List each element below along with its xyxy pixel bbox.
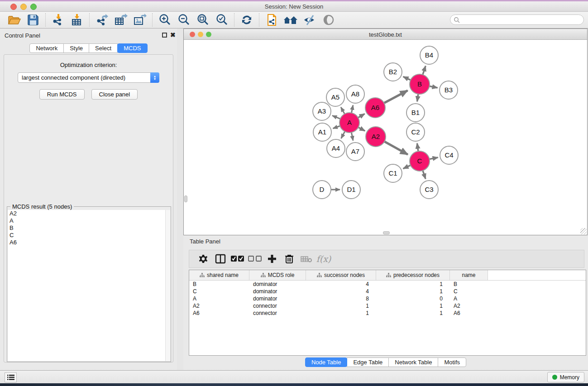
column-header-shared-name[interactable]: shared name	[189, 270, 249, 280]
graph-node-D[interactable]: D	[313, 181, 331, 199]
graph-node-A6[interactable]: A6	[365, 98, 385, 118]
network-window-title: testGlobe.txt	[184, 31, 587, 38]
window-resize-grip[interactable]	[580, 228, 587, 234]
graph-node-B2[interactable]: B2	[384, 63, 402, 81]
table-panel: Table Panel ✖ f(x) shared nameMCDS roles…	[183, 235, 588, 370]
graph-node-C[interactable]: C	[410, 151, 430, 171]
column-header-predecessor-nodes[interactable]: predecessor nodes	[376, 270, 450, 280]
table-row[interactable]: A2connector11A2	[189, 302, 586, 310]
table-settings-icon[interactable]	[195, 252, 212, 266]
export-image-icon[interactable]	[130, 13, 149, 27]
add-column-icon[interactable]	[263, 252, 281, 266]
result-list-scrollbar[interactable]	[165, 210, 170, 361]
tab-select[interactable]: Select	[89, 43, 118, 53]
network-view-window: testGlobe.txt B4B2BB3A8A5A6A3B1AA1C2A2A4…	[183, 29, 588, 235]
table-cell: C	[450, 288, 488, 295]
network-vertical-scrollbar[interactable]	[184, 195, 187, 202]
apply-function-icon[interactable]: f(x)	[315, 252, 332, 266]
graph-node-B4[interactable]: B4	[420, 46, 438, 64]
mcds-result-item[interactable]: B	[8, 224, 170, 232]
mcds-result-item[interactable]: A6	[8, 239, 170, 246]
table-row[interactable]: Bdominator41B	[189, 281, 586, 288]
graph-node-C1[interactable]: C1	[384, 164, 402, 182]
show-all-networks-icon[interactable]	[281, 13, 300, 27]
tab-edge-table[interactable]: Edge Table	[347, 357, 389, 367]
table-row[interactable]: A6connector11A6	[189, 310, 586, 317]
graph-node-A2[interactable]: A2	[366, 127, 386, 147]
criterion-value: largest connected component (directed)	[22, 74, 125, 81]
hide-network-icon[interactable]	[300, 13, 319, 27]
tab-node-table[interactable]: Node Table	[305, 357, 348, 367]
tab-style[interactable]: Style	[63, 43, 89, 53]
graph-node-C2[interactable]: C2	[406, 123, 425, 141]
mcds-panel: Optimization criterion: largest connecte…	[4, 54, 173, 362]
table-row[interactable]: Adominator80A	[189, 295, 586, 302]
deselect-all-rows-icon[interactable]	[246, 252, 263, 266]
mcds-result-item[interactable]: A	[8, 217, 170, 224]
svg-text:C: C	[417, 157, 422, 165]
table-row[interactable]: Cdominator41C	[189, 288, 586, 295]
tab-network[interactable]: Network	[29, 43, 64, 53]
panel-splitter[interactable]	[177, 29, 183, 370]
tab-network-table[interactable]: Network Table	[388, 357, 438, 367]
split-columns-icon[interactable]	[212, 252, 229, 266]
graph-node-A[interactable]: A	[339, 113, 359, 133]
memory-button[interactable]: Memory	[547, 372, 584, 382]
tab-mcds[interactable]: MCDS	[117, 43, 147, 53]
clone-network-icon[interactable]	[262, 13, 281, 27]
graph-node-A3[interactable]: A3	[313, 102, 331, 120]
zoom-out-icon[interactable]	[174, 13, 193, 27]
graph-node-A8[interactable]: A8	[346, 85, 364, 103]
close-panel-icon[interactable]: ✖	[170, 31, 176, 38]
graph-node-A4[interactable]: A4	[327, 139, 345, 157]
graph-node-B1[interactable]: B1	[406, 104, 425, 122]
import-table-icon[interactable]	[67, 13, 86, 27]
delete-table-icon[interactable]	[298, 252, 315, 266]
column-header-successor-nodes[interactable]: successor nodes	[306, 270, 376, 280]
graph-node-A7[interactable]: A7	[346, 143, 364, 161]
run-mcds-button[interactable]: Run MCDS	[39, 89, 85, 100]
column-header-MCDS-role[interactable]: MCDS role	[249, 270, 306, 280]
import-network-icon[interactable]	[48, 13, 67, 27]
network-window-titlebar[interactable]: testGlobe.txt	[184, 29, 587, 40]
graph-node-A5[interactable]: A5	[326, 88, 344, 106]
svg-text:A: A	[347, 119, 352, 126]
criterion-dropdown[interactable]: largest connected component (directed) ▲…	[18, 72, 159, 83]
graph-node-B3[interactable]: B3	[440, 81, 458, 99]
delete-column-icon[interactable]	[281, 252, 298, 266]
zoom-in-icon[interactable]	[155, 13, 174, 27]
column-header-name[interactable]: name	[450, 270, 488, 280]
export-network-icon[interactable]	[92, 13, 111, 27]
graph-node-C3[interactable]: C3	[420, 181, 438, 199]
open-session-icon[interactable]	[5, 13, 24, 27]
search-input[interactable]	[450, 14, 584, 25]
node-table[interactable]: shared nameMCDS rolesuccessor nodesprede…	[189, 270, 586, 356]
svg-text:A7: A7	[351, 148, 359, 155]
tab-motifs[interactable]: Motifs	[438, 357, 466, 367]
select-all-rows-icon[interactable]	[229, 252, 246, 266]
graph-node-D1[interactable]: D1	[342, 181, 360, 199]
export-table-icon[interactable]	[111, 13, 130, 27]
network-canvas[interactable]: B4B2BB3A8A5A6A3B1AA1C2A2A4A7C4CC1C3DD1	[184, 40, 587, 235]
graph-node-B[interactable]: B	[410, 74, 430, 94]
task-history-button[interactable]	[5, 372, 17, 382]
graph-node-C4[interactable]: C4	[440, 146, 458, 164]
network-horizontal-scrollbar[interactable]	[383, 231, 390, 234]
mcds-result-list[interactable]: A2ABCA6	[8, 210, 170, 361]
mcds-result-item[interactable]: C	[8, 232, 170, 239]
table-cell: 1	[376, 288, 450, 295]
show-view-icon[interactable]	[319, 13, 338, 27]
network-graph[interactable]: B4B2BB3A8A5A6A3B1AA1C2A2A4A7C4CC1C3DD1	[184, 40, 587, 235]
refresh-layout-icon[interactable]	[237, 13, 256, 27]
graph-node-A1[interactable]: A1	[313, 123, 331, 141]
close-panel-button[interactable]: Close panel	[91, 89, 138, 100]
svg-text:A1: A1	[318, 128, 326, 136]
table-cell: 1	[306, 310, 376, 317]
zoom-fit-icon[interactable]	[193, 13, 212, 27]
zoom-selected-icon[interactable]	[212, 13, 231, 27]
float-panel-icon[interactable]	[162, 33, 167, 38]
mcds-result-item[interactable]: A2	[8, 210, 170, 217]
save-session-icon[interactable]	[24, 13, 43, 27]
svg-text:A3: A3	[318, 107, 326, 115]
table-cell: dominator	[249, 295, 306, 302]
